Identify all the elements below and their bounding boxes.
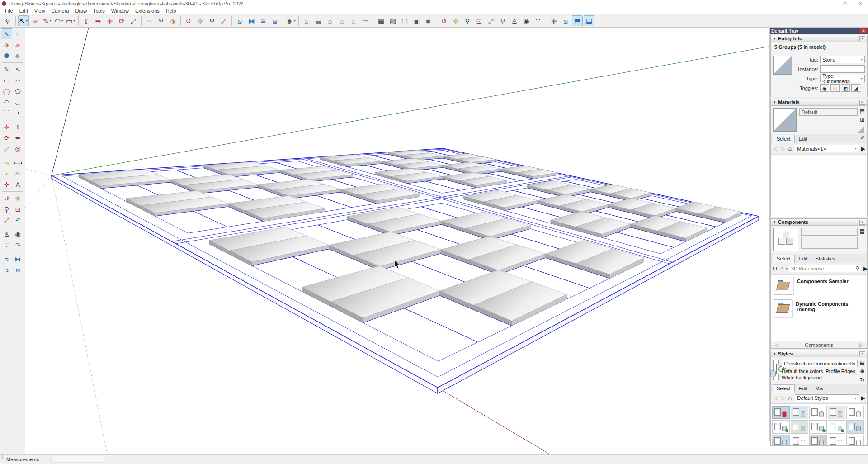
view-iso-tool[interactable]: ⌂	[301, 15, 312, 26]
text-tool[interactable]: A1	[12, 168, 24, 179]
menu-help[interactable]: Help	[163, 7, 179, 14]
section-fill-tool[interactable]: ⧈	[269, 15, 280, 26]
view-options-icon[interactable]: ⊟	[773, 265, 777, 272]
tab-select[interactable]: Select	[773, 255, 795, 263]
style-thumbnail[interactable]	[846, 435, 864, 445]
walk-pan-tool[interactable]: ✥	[450, 15, 461, 26]
home-icon[interactable]: ⌂	[780, 265, 784, 272]
line-tool[interactable]: ✎▾	[42, 15, 52, 26]
warehouse-search-box[interactable]: ⚲	[789, 265, 861, 272]
section-planes-display-tool[interactable]: ≋	[258, 15, 269, 26]
view-front-tool[interactable]: ⌂	[325, 15, 335, 26]
back-arrow-icon[interactable]: ◁	[774, 342, 778, 348]
chevron-down-icon[interactable]: ▾	[786, 266, 788, 270]
component-name-field[interactable]	[801, 228, 858, 236]
next-tool[interactable]: ↷	[12, 240, 24, 251]
select-tool[interactable]: ↖	[1, 28, 12, 39]
style-thumbnail[interactable]	[846, 420, 864, 434]
axes-tool[interactable]: ✛	[1, 179, 12, 190]
three-point-arc-tool[interactable]: ⌒	[1, 108, 12, 118]
materials-list[interactable]	[771, 154, 867, 217]
scale-tool[interactable]: ⤢	[1, 143, 12, 154]
chevron-down-icon[interactable]: ▾	[73, 19, 75, 23]
collapse-triangle-icon[interactable]: ▼	[773, 37, 776, 41]
polygon-tool[interactable]: ⬠	[12, 86, 24, 97]
style-thumbnail[interactable]	[809, 420, 827, 434]
materials-close-button[interactable]: ✕	[859, 100, 865, 105]
protractor-tool[interactable]: ◖	[1, 168, 12, 179]
style-thumbnail[interactable]	[828, 435, 845, 445]
select-tool[interactable]: ↖▾	[18, 15, 29, 26]
drawing-axes-tool[interactable]: ✛	[548, 15, 559, 26]
lasso-select-tool[interactable]: ◌	[12, 28, 24, 39]
collapse-triangle-icon[interactable]: ▼	[773, 100, 776, 104]
styles-header[interactable]: ▼ Styles ✕	[771, 350, 867, 357]
zoom-extents-tool[interactable]: ⤢	[218, 15, 229, 26]
freehand-tool[interactable]: ∿	[12, 64, 24, 75]
view-left-tool[interactable]: ▭	[360, 15, 371, 26]
component-list-item[interactable]: Dynamic Components Training	[771, 297, 867, 320]
section-cuts-tool[interactable]: ⧓	[246, 15, 257, 26]
display-secondary-pane-icon[interactable]: ▤	[860, 360, 865, 366]
forward-arrow-icon[interactable]: ▷	[781, 146, 785, 152]
position-camera-tool[interactable]: ♙	[509, 15, 520, 26]
orbit-tool[interactable]: ↺	[183, 15, 194, 26]
rectangle-tool[interactable]: ▭▾	[65, 15, 76, 26]
push-pull-tool[interactable]: ⇧	[81, 15, 92, 26]
entity-info-header[interactable]: ▼ Entity Info ✕	[771, 35, 867, 42]
tab-select[interactable]: Select	[773, 384, 795, 393]
zoom-window-tool[interactable]: ⊡	[12, 204, 24, 215]
view-back-tool[interactable]: ⌂	[348, 15, 359, 26]
details-arrow-icon[interactable]: ▶	[861, 395, 865, 401]
menu-tools[interactable]: Tools	[90, 7, 108, 14]
rotate-tool[interactable]: ⟳	[116, 15, 127, 26]
style-thumbnail[interactable]	[791, 420, 808, 434]
look-around-tool[interactable]: ◉	[12, 229, 24, 240]
circle-tool[interactable]: ◯	[1, 86, 12, 97]
menu-file[interactable]: File	[2, 7, 16, 14]
sample-paint-icon[interactable]: ✐	[860, 135, 865, 141]
instance-input[interactable]	[820, 65, 865, 73]
previous-tool[interactable]: ↶	[12, 215, 24, 226]
section-cuts-toggle-tool[interactable]: ⬒	[572, 15, 583, 26]
material-name-field[interactable]: Default	[799, 108, 858, 116]
tab-edit[interactable]: Edit	[795, 255, 811, 263]
component-list-item[interactable]: Components Sampler	[771, 275, 867, 297]
measurements-value-box[interactable]	[51, 456, 104, 463]
zoom-extents-tool[interactable]: ⤢	[1, 215, 12, 226]
position-camera-tool[interactable]: ♙	[1, 229, 12, 240]
details-arrow-icon[interactable]: ▶	[863, 265, 868, 272]
section-plane-tool[interactable]: ⧅	[1, 254, 12, 265]
section-fill-tool[interactable]: ⧈	[12, 265, 24, 275]
create-material-icon[interactable]: ⊞	[860, 117, 864, 123]
zoom-window-tool[interactable]: ⊡	[474, 15, 485, 26]
style-thumbnail[interactable]	[791, 406, 808, 419]
tab-statistics[interactable]: Statistics	[811, 255, 840, 263]
walk-tool[interactable]: ∵	[1, 240, 12, 251]
materials-header[interactable]: ▼ Materials ✕	[771, 99, 867, 106]
move-tool[interactable]: ✛	[1, 122, 12, 133]
style-back-edges-tool[interactable]: ▨	[387, 15, 398, 26]
tray-title-bar[interactable]: Default Tray ✕	[770, 28, 868, 34]
display-secondary-pane-icon[interactable]: ▤	[860, 108, 865, 114]
maximize-button[interactable]: ◻	[837, 0, 853, 7]
details-arrow-icon[interactable]: ▶	[861, 146, 865, 152]
component-description-field[interactable]	[801, 237, 858, 249]
tag-dropdown[interactable]: Stone ▾	[820, 56, 865, 63]
components-close-button[interactable]: ✕	[859, 220, 865, 225]
pie-tool[interactable]: ◔	[12, 108, 24, 118]
paint-bucket-tool[interactable]: ⬗	[167, 15, 178, 26]
tab-edit[interactable]: Edit	[795, 135, 811, 143]
tape-measure-tool[interactable]: ⤳	[144, 15, 155, 26]
lock-toggle[interactable]: ⊓	[830, 84, 840, 92]
update-style-icon[interactable]: ↻	[860, 377, 864, 383]
pan-tool[interactable]: ✥	[12, 193, 24, 204]
line-tool[interactable]: ✎	[1, 64, 12, 75]
tab-mix[interactable]: Mix	[811, 384, 827, 393]
view-right-tool[interactable]: ⌂	[336, 15, 347, 26]
menu-window[interactable]: Window	[108, 7, 132, 14]
components-header[interactable]: ▼ Components ✕	[771, 219, 867, 226]
section-display-tool[interactable]: ≋	[1, 265, 12, 275]
section-fill-toggle-tool[interactable]: ⬓	[584, 15, 594, 26]
follow-me-tool[interactable]: ➥	[12, 133, 24, 143]
